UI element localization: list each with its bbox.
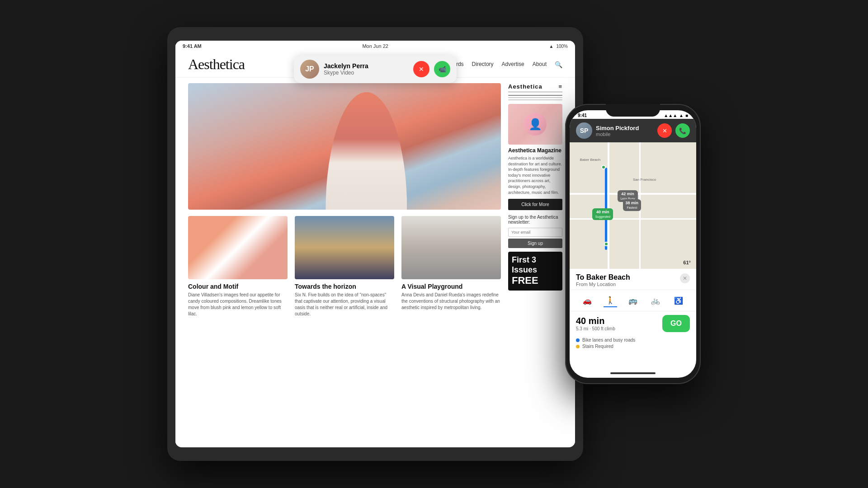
sidebar-menu-icon: ≡	[558, 83, 562, 90]
map-city-san-francisco: San Francisco	[633, 178, 656, 182]
notif-decline-button[interactable]: ✕	[413, 61, 429, 77]
map-city-baker-beach: Baker Beach	[580, 158, 600, 162]
sidebar-magazine-image: 👤	[508, 104, 562, 145]
eta-time: 40 min	[576, 316, 615, 326]
warning-text-1: Bike lanes and busy roads	[582, 338, 635, 343]
destination-info: To Baker Beach From My Location	[576, 273, 630, 287]
article-card-1: Colour and Motif Diane Villadsen's image…	[188, 216, 288, 317]
wifi-icon: ▲	[549, 44, 554, 49]
hero-image	[188, 83, 501, 210]
call-name: Simon Pickford	[596, 125, 654, 131]
sidebar-line-1	[508, 95, 562, 96]
transport-transit-icon[interactable]: 🚌	[626, 294, 640, 307]
promo-line1: First 3	[512, 255, 559, 265]
notif-text: Jackelyn Perra Skype Video	[324, 62, 409, 76]
map-road-v1	[608, 142, 609, 269]
warning-dot-blue	[576, 338, 580, 342]
sidebar-cta-button[interactable]: Click for More	[508, 199, 562, 210]
ipad-status-bar: 9:41 AM Mon Jun 22 ▲ 100%	[175, 41, 575, 52]
warning-bike-lanes: Bike lanes and busy roads	[576, 338, 690, 343]
newsletter-label: Sign up to the Aesthetica newsletter:	[508, 215, 562, 225]
ipad-device: 9:41 AM Mon Jun 22 ▲ 100% JP Jackelyn Pe…	[167, 27, 583, 461]
article-card-3: A Visual Playground Anna Devis and Danie…	[401, 216, 501, 317]
go-button[interactable]: GO	[662, 315, 690, 332]
article-thumb-horizon	[295, 216, 394, 279]
newsletter-email-input[interactable]	[508, 228, 562, 237]
ipad-status-icons: ▲ 100%	[549, 44, 568, 49]
nav-advertise[interactable]: Advertise	[502, 61, 524, 68]
map-background: 42 minLess Busy 38 minFastest 40 minSugg…	[570, 142, 696, 269]
sidebar-line-3	[508, 99, 562, 100]
call-status: mobile	[596, 131, 654, 137]
map-road-h2	[570, 218, 696, 220]
map-time-badge-40: 40 minSuggested	[592, 208, 613, 220]
iphone-wifi-icon: ▲	[679, 113, 684, 118]
call-avatar: SP	[576, 122, 592, 139]
transport-bike-icon[interactable]: 🚲	[649, 294, 662, 307]
article-desc-3: Anna Devis and Daniel Rueda's images red…	[401, 292, 501, 311]
article-desc-2: Six N. Five builds on the idea of "non-s…	[295, 292, 394, 317]
sidebar-logo: Aesthetica ≡	[508, 83, 562, 92]
iphone-notch	[606, 104, 660, 117]
magazine-cover-face: 👤	[524, 113, 547, 136]
battery-icon: 100%	[556, 44, 568, 49]
destination-origin: From My Location	[576, 282, 630, 287]
site-main-content: Colour and Motif Diane Villadsen's image…	[175, 78, 575, 323]
warning-dot-yellow	[576, 345, 580, 348]
transport-options: 🚗 🚶 🚌 🚲 ♿	[570, 290, 696, 311]
article-thumb-colour	[188, 216, 288, 279]
iphone-home-bar	[610, 372, 656, 374]
newsletter-signup-button[interactable]: Sign up	[508, 239, 562, 248]
call-decline-button[interactable]: ✕	[657, 123, 672, 138]
article-title-3: A Visual Playground	[401, 283, 501, 290]
destination-info-card: To Baker Beach From My Location ✕	[570, 269, 696, 290]
eta-info: 40 min 5.3 mi · 500 ft climb	[576, 316, 615, 331]
notif-caller-name: Jackelyn Perra	[324, 62, 409, 70]
maps-bottom-card: To Baker Beach From My Location ✕ 🚗 🚶 🚌 …	[570, 269, 696, 354]
sidebar-decorative-lines	[508, 95, 562, 100]
article-desc-1: Diane Villadsen's images feed our appeti…	[188, 292, 288, 317]
article-title-1: Colour and Motif	[188, 283, 288, 290]
iphone-status-icons: ▲▲▲ ▲ ■	[664, 113, 688, 118]
nav-about[interactable]: About	[533, 61, 547, 68]
iphone-screen: 9:41 ▲▲▲ ▲ ■ SP Simon Pickford mobile ✕ …	[570, 110, 696, 378]
article-thumb-visual	[401, 216, 501, 279]
sidebar-magazine-title: Aesthetica Magazine	[508, 147, 562, 154]
sidebar-description: Aesthetica is a worldwide destination fo…	[508, 155, 562, 195]
article-card-2: Towards the horizon Six N. Five builds o…	[295, 216, 394, 317]
map-origin-pin	[604, 242, 609, 246]
call-banner: SP Simon Pickford mobile ✕ 📞	[570, 119, 696, 142]
transport-car-icon[interactable]: 🚗	[580, 294, 594, 307]
notif-accept-button[interactable]: 📹	[434, 61, 450, 77]
warning-stairs: Stairs Required	[576, 344, 690, 349]
maps-view: 42 minLess Busy 38 minFastest 40 minSugg…	[570, 142, 696, 269]
ipad-time: 9:41 AM	[183, 43, 202, 49]
site-right-sidebar: Aesthetica ≡ 👤 Aesthetica Magazine Aesth…	[508, 83, 562, 317]
notif-avatar: JP	[300, 60, 319, 79]
promo-line3: FREE	[512, 275, 559, 286]
iphone-device: 9:41 ▲▲▲ ▲ ■ SP Simon Pickford mobile ✕ …	[565, 104, 701, 384]
sidebar-logo-text: Aesthetica	[508, 83, 542, 90]
article-title-2: Towards the horizon	[295, 283, 394, 290]
website-content: Aesthetica Awards Directory Advertise Ab…	[175, 52, 575, 445]
close-destination-button[interactable]: ✕	[680, 273, 690, 283]
site-nav: Awards Directory Advertise About 🔍	[446, 61, 562, 68]
call-info: Simon Pickford mobile	[596, 125, 654, 137]
route-warnings: Bike lanes and busy roads Stairs Require…	[570, 336, 696, 354]
search-icon[interactable]: 🔍	[555, 61, 562, 68]
map-time-badge-38: 38 minFastest	[623, 199, 642, 211]
transport-wheelchair-icon[interactable]: ♿	[672, 294, 685, 307]
site-left-column: Colour and Motif Diane Villadsen's image…	[188, 83, 501, 317]
site-logo: Aesthetica	[188, 56, 245, 73]
destination-title: To Baker Beach	[576, 273, 630, 282]
article-row: Colour and Motif Diane Villadsen's image…	[188, 216, 501, 317]
eta-details: 5.3 mi · 500 ft climb	[576, 326, 615, 331]
iphone-battery-icon: ■	[685, 113, 688, 118]
transport-walk-icon[interactable]: 🚶	[604, 294, 617, 307]
ipad-screen: 9:41 AM Mon Jun 22 ▲ 100% JP Jackelyn Pe…	[175, 41, 575, 447]
sidebar-line-2	[508, 97, 562, 98]
skype-notification-banner: JP Jackelyn Perra Skype Video ✕ 📹	[294, 55, 457, 83]
iphone-signal-icon: ▲▲▲	[664, 113, 677, 118]
nav-directory[interactable]: Directory	[472, 61, 494, 68]
call-accept-button[interactable]: 📞	[675, 123, 690, 138]
